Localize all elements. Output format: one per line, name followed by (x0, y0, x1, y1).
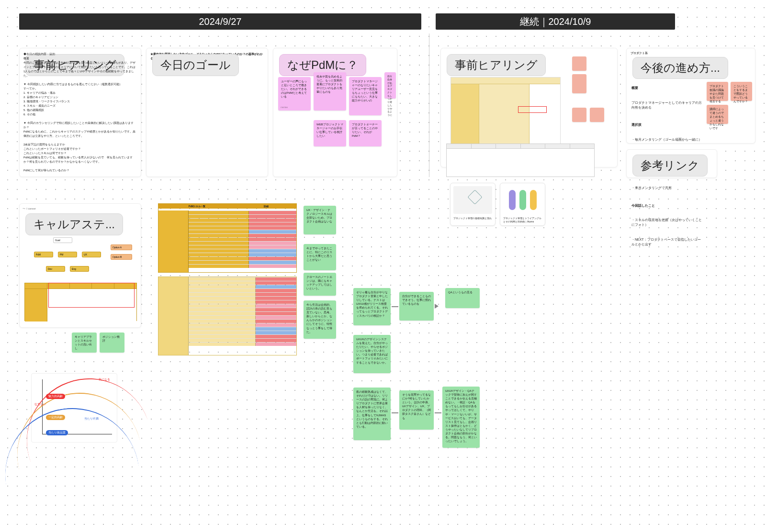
card-caption: プロジェクト管理とトライアングルとその利用と目的他｜Atoms (500, 217, 545, 223)
list-item: ・NEXT：プロダクトベースで目指したいゴールとかと出す (631, 237, 702, 247)
flow-node[interactable]: Eng (70, 266, 89, 272)
table-left-col (158, 211, 189, 272)
frame-why-pdm[interactable]: なぜPdMに？ ユーザーの声にもっと近いところで働きたい。それができるのはPdM… (273, 48, 397, 177)
sticky-salmon[interactable]: 講師によって違うのでまとめるちょっと違うかもしれないです (707, 105, 728, 124)
sticky-text: そうを現実やってるなにか?何をしていたかという。合計の中身、UI/デザイン、UX… (402, 393, 431, 420)
sticky-text: QAというもの見る (448, 291, 473, 294)
sticky-green[interactable]: UX・デザイン・テクノロジースキルは全部ないため、プロダクト企画はないな (304, 206, 336, 234)
frame-title-reference-links: 参考リンク (632, 155, 708, 177)
sticky-green[interactable]: そりゃ最も自分がやりなプロダクト営業と申したりしている。テストはUX/UI感がリ… (353, 288, 391, 325)
sticky-text: 夜の経験熟成はなくて、それだけではない。リリースの話の実現に。何よりプロダクトに… (356, 390, 388, 428)
table-head: 詳細 (236, 205, 296, 208)
page-label: プロダクト系 (631, 51, 648, 55)
sticky-text: キャリアプランとスキルセットの洗い出し (75, 335, 92, 350)
breadcrumb: 〜 / career (23, 207, 36, 211)
pre-hearing-body: ◆今日の相談内容・目的 概要 今回のご相談のきっかけは、PdMのあり方を見つめ直… (23, 52, 137, 173)
flow-node[interactable]: PdM (34, 252, 53, 257)
sticky-text: WEBプロジェクトマネージャーのお手伝い仕事している検討したい (316, 123, 343, 137)
sticky-pink[interactable]: 視点や質を高めるように。もっと技術的要素にプロダクトをやりたいのもあり先輩にもの… (314, 72, 346, 111)
flow-node[interactable]: Option B (111, 254, 132, 260)
sticky-salmon[interactable] (590, 108, 604, 122)
sticky-green[interactable]: 今ら生活は企画的、設計の本の読む意も見ていない。思考。新しいからとか、なんらかの… (304, 300, 336, 339)
sticky-salmon[interactable]: プロダクト会議の議論やまた問題を見つけて発言する (707, 82, 728, 101)
sticky-text: 自分自身があるプロダクトもしっかり持したりやるように (387, 75, 392, 116)
frame-today-goal[interactable]: ★最終的な実現したい方向ゴール、どうなったらPdMになっているのか？の基準がわか… (146, 48, 268, 177)
sticky-pink[interactable]: プロダクトオーナーが言ってることのやりたい、それがPdM？ (349, 120, 382, 146)
sticky-salmon[interactable] (572, 74, 586, 93)
sticky-text: プロダクトマネージャーのなりたいキャリアユーザー意見をもちょっという仕事にもちた… (352, 80, 378, 102)
sticky-pink[interactable]: ユーザーの声にもっと近いところで働きたい。それができるのはPdMだと考えているm… (278, 77, 311, 111)
list-item: ・毎月メンタリング（ゴール場面から一緒に） (631, 137, 702, 142)
frame-career-step[interactable]: 〜 / career キャルアステ... Goal PdM PM UX Opti… (19, 203, 141, 328)
sticky-salmon[interactable] (572, 108, 586, 122)
chart-label: 気になる (99, 377, 110, 382)
section-title: 選択肢 (631, 122, 702, 127)
flow-node[interactable]: UX (82, 252, 101, 257)
link-card[interactable]: プロジェクト管理とトライアングルとその利用と目的他｜Atoms (500, 183, 545, 226)
sticky-text: クロースのノートエンジは、隣にもキャッチアップしてほしいという。 (306, 276, 332, 290)
sticky-green[interactable]: キャリアプランとスキルセットの洗い出し (72, 332, 97, 353)
sticky-green[interactable]: UI/UXのデザインシステムを覚えた。自分がやったりたい、やらせるポジションを持… (353, 335, 391, 373)
sticky-pink[interactable]: プロダクトマネージャーのなりたいキャリアユーザー意見をもちょっという仕事にもちた… (349, 77, 382, 115)
sticky-green[interactable]: クロースのノートエンジは、隣にもキャッチアップしてほしいという。 (304, 273, 336, 296)
sticky-text: プロダクト会議の議論やまた問題を見つけて発言する (710, 85, 724, 103)
arrow (392, 306, 398, 307)
sticky-green[interactable]: 今までやってきたことに、特にこのリストから大事だと思うことがない (304, 244, 336, 270)
sticky-text: 今ら生活は企画的、設計の本の読む意も見ていない。思考。新しいからとか、なんらかの… (306, 303, 332, 333)
sticky-salmon[interactable]: こういうことをするまで面談どうやっているんですか？ (731, 82, 752, 101)
sticky-text: 今までやってきたことに、特にこのリストから大事だと思うことがない (306, 247, 332, 261)
table-head: PdMスキル一覧 (158, 205, 236, 208)
frame-reference-links[interactable]: 参考リンク (626, 149, 717, 178)
sticky-text: 自分ができることものできそう。仕事に慣れているものを (402, 295, 431, 305)
chart-chip: 当たり前品質 (46, 430, 68, 435)
red-highlight-box (48, 283, 135, 308)
sticky-text: UI/UXデザイン・QAテックで習得に加えが関すことできるか伝える見極めない。・… (445, 389, 477, 443)
arrow (392, 412, 398, 413)
section-title: 今回話したこと (631, 203, 702, 208)
sticky-author: mentee (281, 106, 288, 109)
sticky-text: 講師によって違うのでまとめるちょっと違うかもしれないです (710, 108, 724, 130)
quality-chart[interactable]: 気になる 魅力的高齢 仕方ない 一定的高齢 当たり不満 当たり前品質 (31, 373, 117, 443)
list-item: ・スキルの現在地を把握（次はやっていくことにフォト） (631, 218, 702, 227)
frame-title-career-step: キャルアステ... (25, 213, 123, 235)
frame-next-steps[interactable]: プロダクト系 今後の進め方... 概要 プロダクトマネージャーとしてのキャリアの… (626, 48, 755, 144)
sticky-green[interactable]: UI/UXデザイン・QAテックで習得に加えが関すことできるか伝える見極めない。・… (442, 387, 480, 448)
sticky-text: ユーザーの声にもっと近いところで働きたい。それができるのはPdMだと考えている (281, 80, 307, 98)
list-item: ・来月メンタリングで共有 (631, 186, 702, 190)
sticky-green[interactable]: 自分ができることものできそう。仕事に慣れているものを (399, 292, 434, 321)
flow-node[interactable]: PM (58, 252, 77, 257)
link-card[interactable]: プロジェクト管理の基礎知識と流れ (450, 183, 496, 226)
header-left: 2024/9/27 (19, 13, 421, 30)
chart-chip: 魅力的高齢 (46, 394, 65, 399)
sticky-green[interactable]: 夜の経験熟成はなくて、それだけではない。リリースの話の実現に。何よりプロダクトに… (353, 388, 391, 440)
skill-table-1[interactable]: PdMスキル一覧詳細 (158, 203, 297, 273)
skill-table-2[interactable] (158, 277, 297, 355)
chart-chip: 一定的高齢 (46, 415, 65, 420)
frame-title-pre-hearing-2: 事前ヒアリング (447, 54, 546, 76)
sticky-green[interactable]: そうを現実やってるなにか?何をしていたかという。合計の中身、UI/デザイン、UX… (399, 390, 434, 430)
section-body: プロダクトマネージャーとしてのキャリアの方向性を決める (631, 100, 702, 110)
sticky-pink[interactable]: WEBプロジェクトマネージャーのお手伝い仕事している検討したい (314, 120, 346, 146)
section-divider (429, 33, 429, 177)
arrow (435, 412, 441, 413)
sticky-text: そりゃ最も自分がやりなプロダクト営業と申したりしている。テストはUX/UI感がリ… (356, 291, 388, 317)
sticky-pink[interactable]: 自分自身があるプロダクトもしっかり持したりやるように (384, 72, 396, 99)
section-title: 概要 (631, 86, 702, 90)
flow-node[interactable]: Option A (111, 244, 132, 250)
chart-label: 当たり不満 (84, 417, 99, 421)
table-left-col (158, 277, 189, 355)
card-caption: プロジェクト管理の基礎知識と流れ (451, 217, 495, 220)
sticky-text: こういうことをするまで面談どうやっているんですか？ (733, 85, 748, 103)
sticky-text: UI/UXのデザインシステムを覚えた。自分がやったりたい、やらせるポジションを持… (356, 338, 388, 364)
sticky-text: ポジション検討 (102, 335, 120, 342)
frame-pre-hearing-left[interactable]: 事前ヒアリング ◆今日の相談内容・目的 概要 今回のご相談のきっかけは、PdMの… (19, 48, 141, 177)
sticky-text: UX・デザイン・テクノロジースキルは全部ないため、プロダクト企画はないな (306, 209, 332, 223)
sticky-green[interactable]: QAというもの見る (445, 288, 480, 308)
sticky-text: プロダクトオーナーが言ってることのやりたい、それがPdM？ (352, 123, 378, 137)
data-grid[interactable] (446, 144, 595, 177)
sticky-salmon[interactable] (572, 56, 586, 71)
flow-node[interactable]: Goal (53, 237, 72, 243)
header-right: 継続｜2024/10/9 (436, 13, 675, 30)
flow-node[interactable]: Dev (46, 266, 65, 272)
sticky-green[interactable]: ポジション検討 (100, 332, 124, 353)
